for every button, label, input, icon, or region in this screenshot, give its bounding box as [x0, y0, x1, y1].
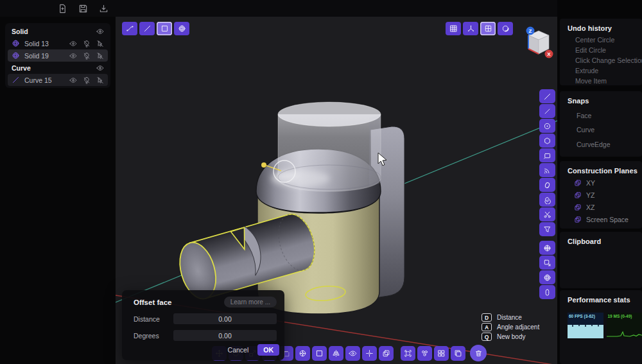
panel-title: Snaps	[568, 97, 642, 105]
svg-text:Z: Z	[529, 28, 532, 34]
copy-stack-icon[interactable]	[451, 346, 465, 361]
new-file-button[interactable]	[55, 3, 69, 14]
planes-icon	[574, 216, 582, 223]
axis-z-badge[interactable]: Z	[526, 27, 535, 35]
sketch-toolbar	[539, 89, 556, 299]
trash-icon[interactable]	[470, 345, 487, 361]
distance-input[interactable]	[173, 313, 277, 324]
polyline-icon[interactable]	[539, 104, 555, 118]
eye-icon[interactable]	[69, 40, 77, 48]
construction-plane-item[interactable]: XY	[574, 179, 642, 187]
ms-graph: 19 MS (0-49)	[607, 313, 642, 338]
rectangle-tool-icon[interactable]	[157, 22, 172, 35]
group-label: Curve	[12, 64, 96, 72]
outliner-panel: Solid Solid 13 Solid 19 Curve	[5, 23, 110, 88]
group-icon[interactable]	[417, 346, 432, 361]
bulb-off-icon[interactable]	[83, 52, 91, 60]
arc-icon[interactable]	[539, 163, 555, 177]
draw-toolbar	[122, 22, 189, 35]
cursor-off-icon[interactable]	[96, 52, 104, 60]
axes-toggle-icon[interactable]	[463, 22, 478, 35]
save-button[interactable]	[76, 3, 90, 14]
hotkey-new-body: Q New body	[482, 333, 539, 341]
capsule-icon[interactable]	[539, 285, 555, 299]
sphere-tool-icon[interactable]	[174, 22, 189, 35]
pivot-icon[interactable]	[362, 346, 377, 361]
outliner-item-solid-13[interactable]: Solid 13	[8, 37, 108, 49]
solid-sphere-icon	[12, 39, 20, 48]
construction-plane-item[interactable]: Screen Space	[574, 216, 642, 223]
construction-plane-item[interactable]: XZ	[574, 204, 642, 211]
degrees-input[interactable]	[173, 330, 277, 341]
ellipse-icon[interactable]	[539, 178, 555, 192]
cursor-off-icon[interactable]	[96, 76, 104, 84]
undo-item[interactable]: Extrude	[575, 67, 642, 74]
visibility-icon[interactable]	[345, 346, 360, 361]
cursor-off-icon[interactable]	[96, 40, 104, 48]
panel-title: Clipboard	[568, 238, 642, 245]
panel-title: Construction Planes	[568, 167, 642, 175]
panel-title: Performance stats	[568, 296, 642, 304]
snap-item[interactable]: CurveEdge	[577, 141, 642, 148]
line-icon[interactable]	[539, 89, 555, 103]
sphere-mesh-icon[interactable]	[539, 241, 555, 255]
polygon-icon[interactable]	[539, 134, 555, 148]
view-cube[interactable]: Z X	[524, 26, 553, 59]
grid-array-icon[interactable]	[434, 346, 449, 361]
planes-icon	[574, 179, 582, 187]
distance-label: Distance	[134, 315, 173, 323]
outliner-item-curve-15[interactable]: Curve 15	[8, 74, 108, 86]
duplicate-icon[interactable]	[379, 346, 394, 361]
bulb-off-icon[interactable]	[83, 76, 91, 84]
offset-face-dialog: Offset face Learn more ... Distance Degr…	[122, 290, 284, 360]
box-icon[interactable]	[312, 346, 327, 361]
outliner-group-curve[interactable]: Curve	[8, 62, 108, 74]
outliner-group-solid[interactable]: Solid	[8, 25, 108, 37]
svg-text:X: X	[547, 51, 551, 57]
grid-toggle-icon[interactable]	[446, 22, 461, 35]
snap-item[interactable]: Curve	[577, 126, 642, 134]
clipboard-panel: Clipboard	[560, 232, 642, 288]
orbit-toggle-icon[interactable]	[498, 22, 513, 35]
eye-icon[interactable]	[96, 28, 104, 35]
line-tool-icon[interactable]	[139, 22, 155, 35]
eye-icon[interactable]	[69, 76, 77, 84]
hotkey-angle: A Angle adjacent	[482, 323, 539, 331]
export-button[interactable]	[96, 3, 110, 14]
construction-planes-panel: Construction Planes XY YZ XZ Screen Spac…	[560, 161, 642, 229]
outliner-item-solid-19[interactable]: Solid 19	[8, 49, 108, 62]
expand-icon[interactable]	[401, 346, 415, 361]
trim-icon[interactable]	[539, 207, 555, 221]
selection-region-icon[interactable]	[539, 256, 555, 270]
hotkey-hints: D Distance A Angle adjacent Q New body	[482, 313, 539, 341]
plane-toggle-icon[interactable]	[480, 22, 496, 35]
construction-plane-item[interactable]: YZ	[574, 191, 642, 199]
center-circle-icon[interactable]	[539, 119, 555, 133]
wheel-icon[interactable]	[295, 346, 310, 361]
corner-rectangle-icon[interactable]	[539, 148, 555, 162]
fps-graph: 60 FPS (3-62)	[568, 313, 603, 338]
item-label: Curve 15	[24, 76, 69, 84]
sphere-primitive-icon[interactable]	[539, 270, 555, 284]
planes-icon	[574, 204, 582, 211]
item-label: Solid 19	[24, 52, 69, 60]
left-sidebar: Solid Solid 13 Solid 19 Curve	[0, 17, 116, 364]
undo-item[interactable]: Move Item	[575, 78, 642, 85]
group-label: Solid	[12, 28, 96, 35]
planes-icon	[574, 191, 582, 199]
snap-item[interactable]: Face	[577, 112, 642, 119]
spiral-icon[interactable]	[539, 193, 555, 207]
cancel-button[interactable]: Cancel	[228, 346, 249, 354]
eye-icon[interactable]	[96, 64, 104, 72]
eye-icon[interactable]	[69, 52, 77, 60]
bulb-off-icon[interactable]	[83, 40, 91, 48]
undo-item[interactable]: Click Change Selection	[575, 57, 642, 64]
curve-tool-icon[interactable]	[122, 22, 137, 35]
ok-button[interactable]: OK	[257, 344, 279, 356]
axis-x-badge[interactable]: X	[545, 50, 553, 58]
filter-icon[interactable]	[539, 222, 555, 236]
learn-more-button[interactable]: Learn more ...	[224, 297, 277, 308]
undo-item[interactable]: Center Circle	[575, 37, 642, 44]
undo-item[interactable]: Edit Circle	[575, 47, 642, 54]
mirror-icon[interactable]	[329, 346, 343, 361]
